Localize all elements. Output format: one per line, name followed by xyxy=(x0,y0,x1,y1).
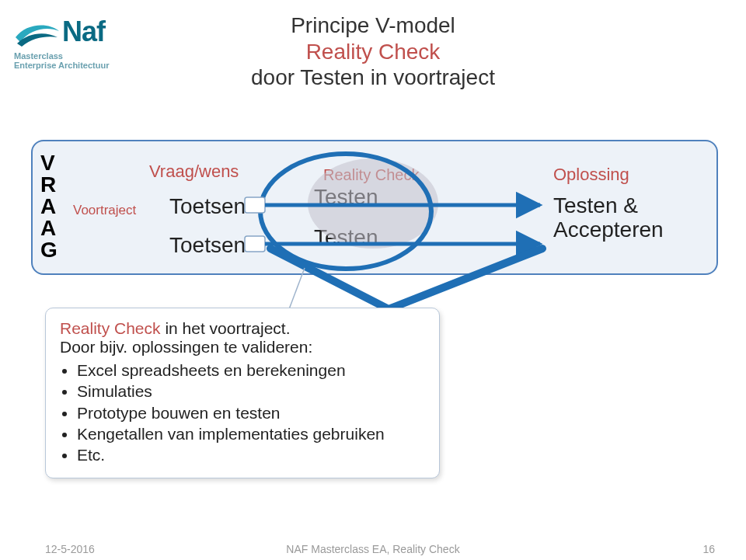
note-line1: Reality Check in het voortraject. xyxy=(60,319,425,338)
note-rc-suffix: in het voortraject. xyxy=(161,319,291,337)
note-line2: Door bijv. oplossingen te valideren: xyxy=(60,338,425,357)
testen-label-1: Testen xyxy=(314,185,378,210)
vraag-letter: A xyxy=(40,196,58,217)
note-bullets: Excel spreadsheets en berekeningen Simul… xyxy=(60,360,425,465)
vraag-letter: V xyxy=(40,152,58,174)
note-box: Reality Check in het voortraject. Door b… xyxy=(45,308,440,478)
note-bullet: Kengetallen van implementaties gebruiken xyxy=(77,423,425,444)
testen-accepteren-label: Testen & Accepteren xyxy=(553,194,664,242)
vraag-wens-label: Vraag/wens xyxy=(149,162,239,182)
testen-accept-line2: Accepteren xyxy=(553,218,664,242)
title-line1: Principe V-model xyxy=(0,12,746,39)
note-bullet: Etc. xyxy=(77,444,425,465)
voortraject-label: Voortraject xyxy=(73,203,136,218)
testen-label-2: Testen xyxy=(314,225,378,250)
reality-check-label: Reality Check xyxy=(323,166,419,184)
slide: Naf Masterclass Enterprise Architectuur … xyxy=(0,0,746,560)
vraag-letter: R xyxy=(40,174,58,196)
note-bullet: Excel spreadsheets en berekeningen xyxy=(77,360,425,381)
oplossing-label: Oplossing xyxy=(553,165,629,185)
vmodel-box: V R A A G Voortraject Vraag/wens Toetsen… xyxy=(31,140,718,275)
vraag-letter: G xyxy=(40,239,58,261)
testen-accept-line1: Testen & xyxy=(553,194,664,218)
title-line2: Reality Check xyxy=(0,39,746,65)
vraag-letter: A xyxy=(40,217,58,239)
slide-title: Principe V-model Reality Check door Test… xyxy=(0,12,746,91)
toetsen-label-2: Toetsen xyxy=(169,233,246,258)
footer-page: 16 xyxy=(702,543,715,555)
title-line3: door Testen in voortraject xyxy=(0,64,746,91)
vraag-vertical: V R A A G xyxy=(40,152,58,261)
note-rc-label: Reality Check xyxy=(60,319,161,337)
footer-center: NAF Masterclass EA, Reality Check xyxy=(0,543,746,555)
toetsen-label-1: Toetsen xyxy=(169,194,246,219)
note-bullet: Prototype bouwen en testen xyxy=(77,402,425,423)
note-bullet: Simulaties xyxy=(77,381,425,402)
